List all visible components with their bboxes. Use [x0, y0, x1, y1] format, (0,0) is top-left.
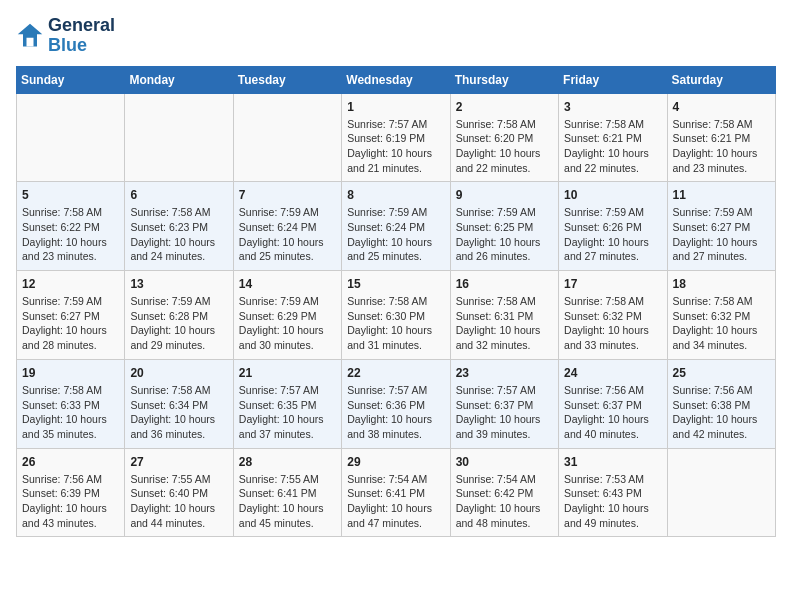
- cell-info: Sunrise: 7:58 AMSunset: 6:34 PMDaylight:…: [130, 383, 227, 442]
- calendar-week-row: 26Sunrise: 7:56 AMSunset: 6:39 PMDayligh…: [17, 448, 776, 537]
- calendar-cell: 31Sunrise: 7:53 AMSunset: 6:43 PMDayligh…: [559, 448, 667, 537]
- calendar-cell: [233, 93, 341, 182]
- day-number: 14: [239, 277, 336, 291]
- day-number: 4: [673, 100, 770, 114]
- calendar-cell: [667, 448, 775, 537]
- calendar-cell: 7Sunrise: 7:59 AMSunset: 6:24 PMDaylight…: [233, 182, 341, 271]
- day-number: 3: [564, 100, 661, 114]
- day-of-week-header: Monday: [125, 66, 233, 93]
- cell-info: Sunrise: 7:53 AMSunset: 6:43 PMDaylight:…: [564, 472, 661, 531]
- day-number: 23: [456, 366, 553, 380]
- day-number: 13: [130, 277, 227, 291]
- calendar-cell: 5Sunrise: 7:58 AMSunset: 6:22 PMDaylight…: [17, 182, 125, 271]
- calendar-cell: 13Sunrise: 7:59 AMSunset: 6:28 PMDayligh…: [125, 271, 233, 360]
- day-number: 10: [564, 188, 661, 202]
- calendar-cell: 16Sunrise: 7:58 AMSunset: 6:31 PMDayligh…: [450, 271, 558, 360]
- calendar-cell: 28Sunrise: 7:55 AMSunset: 6:41 PMDayligh…: [233, 448, 341, 537]
- calendar-cell: 22Sunrise: 7:57 AMSunset: 6:36 PMDayligh…: [342, 359, 450, 448]
- day-number: 9: [456, 188, 553, 202]
- cell-info: Sunrise: 7:57 AMSunset: 6:35 PMDaylight:…: [239, 383, 336, 442]
- logo-text: General Blue: [48, 16, 115, 56]
- day-number: 27: [130, 455, 227, 469]
- day-number: 7: [239, 188, 336, 202]
- day-number: 17: [564, 277, 661, 291]
- cell-info: Sunrise: 7:57 AMSunset: 6:19 PMDaylight:…: [347, 117, 444, 176]
- calendar-table: SundayMondayTuesdayWednesdayThursdayFrid…: [16, 66, 776, 538]
- cell-info: Sunrise: 7:59 AMSunset: 6:24 PMDaylight:…: [239, 205, 336, 264]
- calendar-cell: [17, 93, 125, 182]
- calendar-cell: 14Sunrise: 7:59 AMSunset: 6:29 PMDayligh…: [233, 271, 341, 360]
- cell-info: Sunrise: 7:58 AMSunset: 6:31 PMDaylight:…: [456, 294, 553, 353]
- cell-info: Sunrise: 7:59 AMSunset: 6:27 PMDaylight:…: [22, 294, 119, 353]
- cell-info: Sunrise: 7:54 AMSunset: 6:41 PMDaylight:…: [347, 472, 444, 531]
- cell-info: Sunrise: 7:56 AMSunset: 6:39 PMDaylight:…: [22, 472, 119, 531]
- day-number: 26: [22, 455, 119, 469]
- cell-info: Sunrise: 7:58 AMSunset: 6:23 PMDaylight:…: [130, 205, 227, 264]
- day-number: 8: [347, 188, 444, 202]
- cell-info: Sunrise: 7:58 AMSunset: 6:21 PMDaylight:…: [673, 117, 770, 176]
- cell-info: Sunrise: 7:59 AMSunset: 6:24 PMDaylight:…: [347, 205, 444, 264]
- day-number: 18: [673, 277, 770, 291]
- day-number: 28: [239, 455, 336, 469]
- calendar-cell: 6Sunrise: 7:58 AMSunset: 6:23 PMDaylight…: [125, 182, 233, 271]
- day-number: 20: [130, 366, 227, 380]
- calendar-cell: 25Sunrise: 7:56 AMSunset: 6:38 PMDayligh…: [667, 359, 775, 448]
- logo-icon: [16, 22, 44, 50]
- day-of-week-header: Thursday: [450, 66, 558, 93]
- day-number: 12: [22, 277, 119, 291]
- day-number: 21: [239, 366, 336, 380]
- day-number: 15: [347, 277, 444, 291]
- calendar-week-row: 1Sunrise: 7:57 AMSunset: 6:19 PMDaylight…: [17, 93, 776, 182]
- cell-info: Sunrise: 7:58 AMSunset: 6:33 PMDaylight:…: [22, 383, 119, 442]
- day-number: 31: [564, 455, 661, 469]
- day-number: 24: [564, 366, 661, 380]
- day-of-week-header: Sunday: [17, 66, 125, 93]
- calendar-cell: 27Sunrise: 7:55 AMSunset: 6:40 PMDayligh…: [125, 448, 233, 537]
- day-number: 1: [347, 100, 444, 114]
- cell-info: Sunrise: 7:59 AMSunset: 6:27 PMDaylight:…: [673, 205, 770, 264]
- cell-info: Sunrise: 7:59 AMSunset: 6:29 PMDaylight:…: [239, 294, 336, 353]
- day-number: 11: [673, 188, 770, 202]
- day-of-week-header: Wednesday: [342, 66, 450, 93]
- cell-info: Sunrise: 7:58 AMSunset: 6:21 PMDaylight:…: [564, 117, 661, 176]
- calendar-cell: 11Sunrise: 7:59 AMSunset: 6:27 PMDayligh…: [667, 182, 775, 271]
- calendar-cell: 23Sunrise: 7:57 AMSunset: 6:37 PMDayligh…: [450, 359, 558, 448]
- cell-info: Sunrise: 7:58 AMSunset: 6:30 PMDaylight:…: [347, 294, 444, 353]
- calendar-week-row: 12Sunrise: 7:59 AMSunset: 6:27 PMDayligh…: [17, 271, 776, 360]
- day-number: 29: [347, 455, 444, 469]
- calendar-week-row: 19Sunrise: 7:58 AMSunset: 6:33 PMDayligh…: [17, 359, 776, 448]
- calendar-cell: 9Sunrise: 7:59 AMSunset: 6:25 PMDaylight…: [450, 182, 558, 271]
- calendar-cell: 24Sunrise: 7:56 AMSunset: 6:37 PMDayligh…: [559, 359, 667, 448]
- calendar-cell: 30Sunrise: 7:54 AMSunset: 6:42 PMDayligh…: [450, 448, 558, 537]
- calendar-cell: 10Sunrise: 7:59 AMSunset: 6:26 PMDayligh…: [559, 182, 667, 271]
- day-number: 5: [22, 188, 119, 202]
- calendar-header-row: SundayMondayTuesdayWednesdayThursdayFrid…: [17, 66, 776, 93]
- cell-info: Sunrise: 7:56 AMSunset: 6:38 PMDaylight:…: [673, 383, 770, 442]
- cell-info: Sunrise: 7:55 AMSunset: 6:40 PMDaylight:…: [130, 472, 227, 531]
- calendar-cell: [125, 93, 233, 182]
- cell-info: Sunrise: 7:58 AMSunset: 6:20 PMDaylight:…: [456, 117, 553, 176]
- cell-info: Sunrise: 7:56 AMSunset: 6:37 PMDaylight:…: [564, 383, 661, 442]
- cell-info: Sunrise: 7:58 AMSunset: 6:32 PMDaylight:…: [564, 294, 661, 353]
- calendar-cell: 8Sunrise: 7:59 AMSunset: 6:24 PMDaylight…: [342, 182, 450, 271]
- day-number: 30: [456, 455, 553, 469]
- cell-info: Sunrise: 7:57 AMSunset: 6:37 PMDaylight:…: [456, 383, 553, 442]
- day-number: 6: [130, 188, 227, 202]
- calendar-cell: 18Sunrise: 7:58 AMSunset: 6:32 PMDayligh…: [667, 271, 775, 360]
- day-number: 19: [22, 366, 119, 380]
- day-number: 2: [456, 100, 553, 114]
- day-of-week-header: Saturday: [667, 66, 775, 93]
- day-number: 16: [456, 277, 553, 291]
- calendar-cell: 12Sunrise: 7:59 AMSunset: 6:27 PMDayligh…: [17, 271, 125, 360]
- calendar-cell: 17Sunrise: 7:58 AMSunset: 6:32 PMDayligh…: [559, 271, 667, 360]
- calendar-cell: 29Sunrise: 7:54 AMSunset: 6:41 PMDayligh…: [342, 448, 450, 537]
- cell-info: Sunrise: 7:58 AMSunset: 6:32 PMDaylight:…: [673, 294, 770, 353]
- day-of-week-header: Tuesday: [233, 66, 341, 93]
- calendar-cell: 1Sunrise: 7:57 AMSunset: 6:19 PMDaylight…: [342, 93, 450, 182]
- calendar-cell: 4Sunrise: 7:58 AMSunset: 6:21 PMDaylight…: [667, 93, 775, 182]
- calendar-cell: 2Sunrise: 7:58 AMSunset: 6:20 PMDaylight…: [450, 93, 558, 182]
- cell-info: Sunrise: 7:54 AMSunset: 6:42 PMDaylight:…: [456, 472, 553, 531]
- logo: General Blue: [16, 16, 115, 56]
- calendar-cell: 3Sunrise: 7:58 AMSunset: 6:21 PMDaylight…: [559, 93, 667, 182]
- calendar-cell: 20Sunrise: 7:58 AMSunset: 6:34 PMDayligh…: [125, 359, 233, 448]
